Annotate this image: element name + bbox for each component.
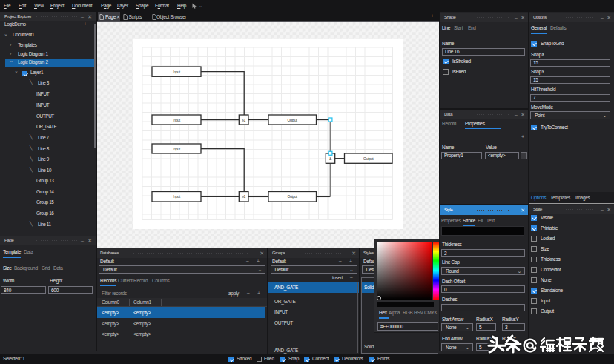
svg-text:Input: Input	[173, 118, 181, 122]
svg-text:Output: Output	[287, 118, 297, 122]
svg-text:Input: Input	[173, 70, 181, 74]
svg-text:≥1: ≥1	[242, 194, 245, 199]
svg-text:≥1: ≥1	[242, 118, 245, 122]
svg-text:Input: Input	[173, 194, 181, 199]
svg-text:Input: Input	[173, 147, 181, 151]
svg-text:Output: Output	[287, 194, 297, 199]
svg-text:Output: Output	[363, 156, 374, 161]
